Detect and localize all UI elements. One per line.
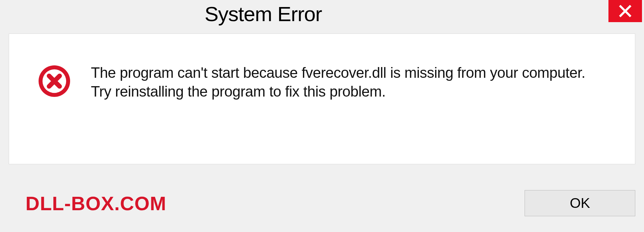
content-panel: The program can't start because fverecov…: [9, 34, 635, 164]
close-button[interactable]: [608, 0, 642, 22]
close-icon: [618, 4, 632, 18]
watermark-text: DLL-BOX.COM: [25, 192, 166, 215]
content-inner: The program can't start because fverecov…: [9, 34, 635, 101]
ok-button[interactable]: OK: [525, 190, 635, 216]
error-icon: [38, 65, 71, 98]
error-message: The program can't start because fverecov…: [91, 63, 587, 101]
dialog-title: System Error: [205, 2, 322, 26]
error-dialog: System Error The program can't start bec…: [0, 0, 644, 232]
footer-area: DLL-BOX.COM OK: [9, 183, 635, 223]
title-bar: System Error: [0, 0, 644, 30]
